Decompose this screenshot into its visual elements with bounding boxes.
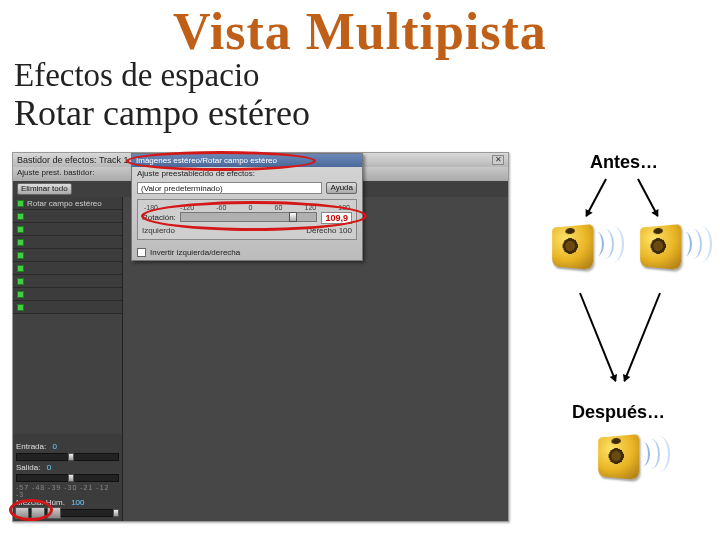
rotation-group: -180 -120 -60 0 60 120 180 Rotación: 109… <box>137 199 357 240</box>
tick: -120 <box>180 204 194 211</box>
mix-value: 100 <box>71 498 84 507</box>
output-value: 0 <box>47 463 51 472</box>
tick: 60 <box>275 204 283 211</box>
rack-preset-label: Ajuste prest. bastidor: <box>17 168 94 177</box>
footer-btn-2[interactable] <box>31 507 45 519</box>
rotation-slider[interactable] <box>180 212 318 222</box>
window-title: Bastidor de efectos: Track 1 <box>17 155 129 165</box>
output-row: Salida: 0 <box>16 463 119 472</box>
label-before: Antes… <box>590 152 658 173</box>
rotation-ticks: -180 -120 -60 0 60 120 180 <box>142 204 352 211</box>
speaker-icon <box>638 226 698 286</box>
rack-slot-1[interactable]: Rotar campo estéreo <box>13 197 122 210</box>
rack-footer: Entrada: 0 Salida: 0 -57 -48 -39 -30 -21… <box>13 440 122 521</box>
effects-rack-sidebar: Rotar campo estéreo Entrada: 0 Salida: 0… <box>13 197 123 521</box>
rack-footer-buttons <box>15 507 61 519</box>
right-label: Derecho <box>306 226 336 235</box>
preset-label: Ajuste preestablecido de efectos: <box>137 169 255 178</box>
power-icon[interactable] <box>17 252 24 259</box>
power-icon[interactable] <box>17 239 24 246</box>
footer-btn-3[interactable] <box>47 507 61 519</box>
left-label: Izquierdo <box>142 226 175 235</box>
input-row: Entrada: 0 <box>16 442 119 451</box>
arrow-icon <box>623 293 660 382</box>
right-value: 100 <box>339 226 352 235</box>
tick: 0 <box>249 204 253 211</box>
preset-dropdown[interactable]: (Valor predeterminado) <box>137 182 322 194</box>
rotation-value[interactable]: 109,9 <box>321 212 352 224</box>
power-icon[interactable] <box>17 226 24 233</box>
power-icon[interactable] <box>17 278 24 285</box>
mix-row: Mezcla: Húm. 100 <box>16 498 119 507</box>
power-icon[interactable] <box>17 213 24 220</box>
tick: 120 <box>304 204 316 211</box>
output-label: Salida: <box>16 463 40 472</box>
rack-slot[interactable] <box>13 210 122 223</box>
arrow-icon <box>579 293 616 382</box>
arrow-icon <box>585 179 606 217</box>
dialog-title: Imágenes estéreo/Rotar campo estéreo <box>136 156 277 165</box>
tick: -60 <box>216 204 226 211</box>
close-icon[interactable]: ✕ <box>492 155 504 165</box>
power-icon[interactable] <box>17 304 24 311</box>
label-after: Después… <box>572 402 665 423</box>
mix-wet-label: Húm. <box>46 498 65 507</box>
rack-slot[interactable] <box>13 301 122 314</box>
rack-empty-area <box>13 314 122 434</box>
rotation-label: Rotación: <box>142 213 176 222</box>
page-title: Vista Multipista <box>0 2 720 61</box>
footer-btn-1[interactable] <box>15 507 29 519</box>
rack-slot[interactable] <box>13 249 122 262</box>
tick: -180 <box>144 204 158 211</box>
effects-rack-window: Bastidor de efectos: Track 1 ✕ Ajuste pr… <box>12 152 509 522</box>
dialog-titlebar[interactable]: Imágenes estéreo/Rotar campo estéreo <box>132 154 362 167</box>
input-value: 0 <box>52 442 56 451</box>
arrow-icon <box>637 179 658 217</box>
power-icon[interactable] <box>17 200 24 207</box>
speaker-icon <box>596 436 656 496</box>
meter-ticks: -57 -48 -39 -30 -21 -12 -3 <box>16 484 119 498</box>
before-after-panel: Antes… Después… <box>520 152 720 532</box>
subtitle-rotate: Rotar campo estéreo <box>14 92 720 134</box>
invert-checkbox[interactable] <box>137 248 146 257</box>
invert-label: Invertir izquierda/derecha <box>150 248 240 257</box>
mix-label: Mezcla: <box>16 498 44 507</box>
rack-slot[interactable] <box>13 288 122 301</box>
rack-slot[interactable] <box>13 262 122 275</box>
output-slider[interactable] <box>16 474 119 482</box>
remove-all-button[interactable]: Eliminar todo <box>17 183 72 195</box>
rack-slot-effect-name: Rotar campo estéreo <box>27 199 102 208</box>
input-slider[interactable] <box>16 453 119 461</box>
preset-value: (Valor predeterminado) <box>141 184 223 193</box>
rack-slot[interactable] <box>13 223 122 236</box>
input-label: Entrada: <box>16 442 46 451</box>
help-button[interactable]: Ayuda <box>326 182 357 194</box>
power-icon[interactable] <box>17 291 24 298</box>
subtitle-effects: Efectos de espacio <box>14 57 720 94</box>
rack-slot[interactable] <box>13 236 122 249</box>
rotate-stereo-dialog: Imágenes estéreo/Rotar campo estéreo Aju… <box>131 153 363 261</box>
tick: 180 <box>338 204 350 211</box>
speaker-icon <box>550 226 610 286</box>
power-icon[interactable] <box>17 265 24 272</box>
rack-slot[interactable] <box>13 275 122 288</box>
